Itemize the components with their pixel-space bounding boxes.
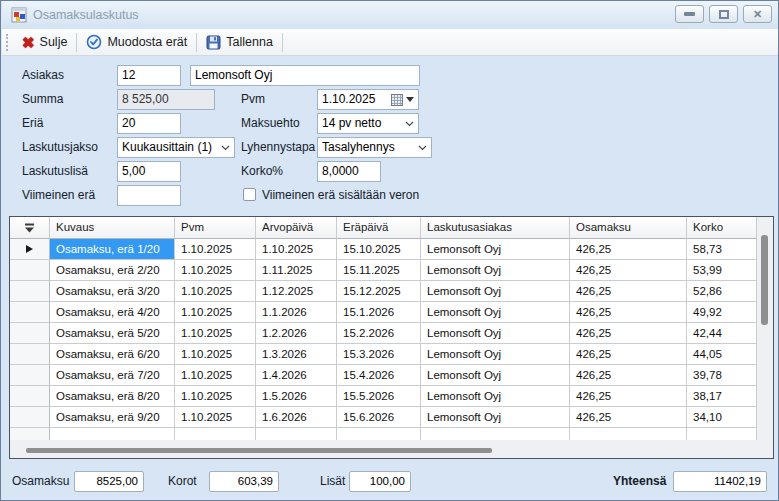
cell-osamaksu[interactable]: 426,25 [570,407,687,428]
cell-pvm[interactable]: 1.10.2025 [175,239,256,260]
close-button[interactable]: ✕ [743,5,772,23]
vertical-scrollbar-thumb[interactable] [761,235,768,325]
grid-row[interactable]: Osamaksu, erä 1/20 1.10.2025 1.10.2025 1… [10,239,773,260]
cell-pvm[interactable]: 1.10.2025 [175,302,256,323]
cell-pvm[interactable]: 1.10.2025 [175,407,256,428]
cell-korko[interactable]: 49,92 [687,302,757,323]
row-header-cell[interactable] [10,386,50,407]
cell-erapaiva[interactable]: 15.10.2025 [337,239,421,260]
cell-osamaksu[interactable]: 426,25 [570,386,687,407]
cell-erapaiva[interactable]: 15.3.2026 [337,344,421,365]
minimize-button[interactable] [675,5,704,23]
muodosta-erat-button[interactable]: Muodosta erät [79,31,194,54]
cell-arvopaiva[interactable]: 1.3.2026 [256,344,337,365]
cell-arvopaiva[interactable]: 1.2.2026 [256,323,337,344]
cell-laskutusasiakas[interactable]: Lemonsoft Oyj [421,386,570,407]
eria-input[interactable]: 20 [117,113,181,134]
cell-kuvaus[interactable]: Osamaksu, erä 8/20 [50,386,175,407]
cell-kuvaus[interactable]: Osamaksu, erä 9/20 [50,407,175,428]
cell-pvm[interactable]: 1.10.2025 [175,365,256,386]
laskutusjakso-select[interactable]: Kuukausittain (1) [117,137,235,158]
cell-laskutusasiakas[interactable]: Lemonsoft Oyj [421,344,570,365]
cell-arvopaiva[interactable]: 1.10.2025 [256,239,337,260]
cell-pvm[interactable]: 1.10.2025 [175,344,256,365]
toolbar-grip[interactable] [6,34,9,51]
cell-korko[interactable]: 58,73 [687,239,757,260]
row-header-cell[interactable] [10,407,50,428]
grid-row[interactable]: Osamaksu, erä 9/20 1.10.2025 1.6.2026 15… [10,407,773,428]
cell-arvopaiva[interactable]: 1.1.2026 [256,302,337,323]
cell-osamaksu[interactable]: 426,25 [570,323,687,344]
horizontal-scrollbar[interactable] [10,442,757,458]
vertical-scrollbar[interactable] [757,217,773,442]
row-header-cell[interactable] [10,323,50,344]
cell-pvm[interactable]: 1.10.2025 [175,386,256,407]
cell-erapaiva[interactable]: 15.2.2026 [337,323,421,344]
column-header-arvopaiva[interactable]: Arvopäivä [256,217,337,239]
cell-erapaiva[interactable]: 15.12.2025 [337,281,421,302]
korko-input[interactable]: 8,0000 [317,161,381,182]
maximize-button[interactable] [709,5,738,23]
cell-kuvaus[interactable]: Osamaksu, erä 6/20 [50,344,175,365]
cell-osamaksu[interactable]: 426,25 [570,239,687,260]
row-header-cell[interactable] [10,344,50,365]
column-header-erapaiva[interactable]: Eräpäivä [337,217,421,239]
lyhennystapa-select[interactable]: Tasalyhennys [317,137,432,158]
asiakas-code-input[interactable]: 12 [117,65,181,86]
cell-korko[interactable]: 34,10 [687,407,757,428]
cell-kuvaus[interactable]: Osamaksu, erä 3/20 [50,281,175,302]
tallenna-button[interactable]: Tallenna [199,31,280,54]
asiakas-name-input[interactable]: Lemonsoft Oyj [190,65,420,86]
row-header-cell[interactable] [10,239,50,260]
cell-laskutusasiakas[interactable]: Lemonsoft Oyj [421,281,570,302]
cell-arvopaiva[interactable]: 1.6.2026 [256,407,337,428]
cell-osamaksu[interactable]: 426,25 [570,281,687,302]
cell-pvm[interactable]: 1.10.2025 [175,281,256,302]
cell-arvopaiva[interactable]: 1.12.2025 [256,281,337,302]
vero-checkbox[interactable] [243,188,256,201]
cell-laskutusasiakas[interactable]: Lemonsoft Oyj [421,260,570,281]
cell-erapaiva[interactable]: 15.4.2026 [337,365,421,386]
cell-korko[interactable]: 52,86 [687,281,757,302]
grid-row[interactable]: Osamaksu, erä 6/20 1.10.2025 1.3.2026 15… [10,344,773,365]
cell-korko[interactable]: 39,78 [687,365,757,386]
cell-kuvaus[interactable]: Osamaksu, erä 5/20 [50,323,175,344]
cell-laskutusasiakas[interactable]: Lemonsoft Oyj [421,323,570,344]
cell-osamaksu[interactable]: 426,25 [570,260,687,281]
grid-row[interactable]: Osamaksu, erä 3/20 1.10.2025 1.12.2025 1… [10,281,773,302]
cell-osamaksu[interactable]: 426,25 [570,344,687,365]
sulje-button[interactable]: ✖ Sulje [15,31,74,54]
laskutuslisa-input[interactable]: 5,00 [117,161,181,182]
cell-laskutusasiakas[interactable]: Lemonsoft Oyj [421,365,570,386]
filter-header-cell[interactable] [10,217,50,239]
cell-pvm[interactable]: 1.10.2025 [175,260,256,281]
cell-arvopaiva[interactable]: 1.11.2025 [256,260,337,281]
column-header-laskutusasiakas[interactable]: Laskutusasiakas [421,217,570,239]
column-header-kuvaus[interactable]: Kuvaus [50,217,175,239]
row-header-cell[interactable] [10,281,50,302]
maksuehto-select[interactable]: 14 pv netto [317,113,419,134]
cell-erapaiva[interactable]: 15.11.2025 [337,260,421,281]
cell-korko[interactable]: 38,17 [687,386,757,407]
horizontal-scrollbar-thumb[interactable] [26,448,492,453]
cell-arvopaiva[interactable]: 1.4.2026 [256,365,337,386]
row-header-cell[interactable] [10,365,50,386]
cell-pvm[interactable]: 1.10.2025 [175,323,256,344]
column-header-korko[interactable]: Korko [687,217,757,239]
cell-laskutusasiakas[interactable]: Lemonsoft Oyj [421,239,570,260]
cell-osamaksu[interactable]: 426,25 [570,302,687,323]
cell-kuvaus[interactable]: Osamaksu, erä 1/20 [50,239,175,260]
cell-arvopaiva[interactable]: 1.5.2026 [256,386,337,407]
grid-row[interactable]: Osamaksu, erä 5/20 1.10.2025 1.2.2026 15… [10,323,773,344]
row-header-cell[interactable] [10,302,50,323]
cell-erapaiva[interactable]: 15.6.2026 [337,407,421,428]
cell-osamaksu[interactable]: 426,25 [570,365,687,386]
cell-laskutusasiakas[interactable]: Lemonsoft Oyj [421,407,570,428]
row-header-cell[interactable] [10,260,50,281]
cell-kuvaus[interactable]: Osamaksu, erä 4/20 [50,302,175,323]
column-header-pvm[interactable]: Pvm [175,217,256,239]
date-dropdown-arrow-icon[interactable] [406,97,414,102]
grid-row[interactable]: Osamaksu, erä 8/20 1.10.2025 1.5.2026 15… [10,386,773,407]
cell-korko[interactable]: 53,99 [687,260,757,281]
cell-kuvaus[interactable]: Osamaksu, erä 7/20 [50,365,175,386]
